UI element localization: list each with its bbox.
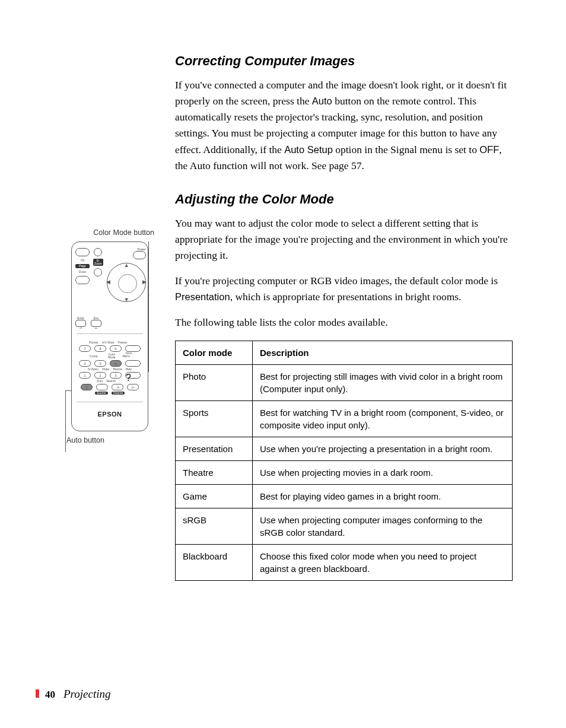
para-correcting: If you've connected a computer and the i…	[175, 77, 513, 174]
presentation-label: Presentation	[175, 291, 230, 302]
sidebar-remote: Color Mode button Up Page Down E-Zoom Po…	[59, 228, 160, 444]
remote-lbl-resize: Resize	[113, 368, 122, 371]
remote-btn-0-auto: 0	[81, 384, 93, 390]
remote-lbl-video: Video	[102, 368, 110, 371]
remote-btn-vol-down: ⊲	[112, 384, 123, 390]
remote-btn-search	[96, 384, 108, 390]
th-desc: Description	[253, 341, 513, 364]
leader-line	[148, 241, 149, 372]
remote-lbl-menu: Menu	[122, 355, 130, 358]
remote-lbl-ezoom: E-Zoom	[93, 259, 103, 266]
remote-btn-num: Num	[125, 345, 141, 352]
remote-btn-page-down	[75, 276, 90, 284]
remote-lbl-freeze: Freeze	[117, 341, 127, 344]
td-mode: Photo	[176, 364, 253, 400]
remote-btn-page-up	[75, 248, 90, 256]
text: , which is appropriate for presentations…	[230, 291, 462, 303]
page-number: 40	[45, 689, 55, 701]
remote-lbl-down: Down	[75, 271, 90, 274]
remote-lbl-search: Search	[106, 380, 116, 383]
remote-lbl-svideo: S-Video	[88, 368, 98, 371]
td-mode: Game	[176, 484, 253, 508]
remote-lbl-up: Up	[75, 259, 90, 262]
para-cm-3: The following table lists the color mode…	[175, 314, 513, 330]
caption-auto-button: Auto button	[59, 436, 160, 444]
td-desc: Use when projecting movies in a dark roo…	[253, 460, 513, 484]
remote-navpad: ▲ ▼ ◀ ▶	[107, 263, 146, 302]
leader-line	[65, 390, 66, 452]
table-row: PhotoBest for projecting still images wi…	[176, 364, 513, 400]
th-mode: Color mode	[176, 341, 253, 364]
table-row: TheatreUse when projecting movies in a d…	[176, 460, 513, 484]
remote-btn-4: 4	[79, 360, 91, 367]
table-row: sRGBUse when projecting computer images …	[176, 508, 513, 544]
remote-lbl-avmute: A/V Mute	[102, 341, 115, 344]
table-row: SportsBest for watching TV in a bright r…	[176, 400, 513, 437]
td-mode: Blackboard	[176, 544, 253, 580]
remote-lbl-auto: Auto	[97, 380, 103, 383]
remote-lbl-help: Help	[126, 368, 132, 371]
remote-btn-2: 2	[94, 372, 106, 379]
remote-btn-5: 5	[94, 360, 106, 367]
remote-lbl-source: Source	[95, 392, 108, 395]
remote-lbl-comp: Comp	[90, 355, 97, 358]
remote-brand: EPSON	[75, 411, 144, 418]
remote-btn-6-colormode: 6	[110, 360, 122, 367]
text: If you're projecting computer or RGB vid…	[175, 275, 498, 287]
arrow-left-icon: ◀	[106, 279, 110, 285]
remote-btn-help: ?	[125, 372, 141, 379]
table-row: GameBest for playing video games in a br…	[176, 484, 513, 508]
text: option in the Signal menu is set to	[333, 144, 479, 155]
remote-btn-3: 3	[110, 372, 122, 379]
remote-btn-8: 8	[94, 345, 106, 352]
td-mode: Presentation	[176, 437, 253, 460]
td-desc: Use when projecting computer images conf…	[253, 508, 513, 544]
autosetup-label: Auto Setup	[284, 144, 333, 155]
arrow-right-icon: ▶	[142, 279, 147, 285]
para-cm-2: If you're projecting computer or RGB vid…	[175, 273, 513, 305]
chapter-title: Projecting	[63, 688, 111, 701]
heading-correcting: Correcting Computer Images	[175, 53, 513, 69]
td-mode: sRGB	[176, 508, 253, 544]
page-footer: 40 Projecting	[36, 688, 111, 701]
footer-bar-icon	[36, 689, 39, 698]
remote-btn-9: 9	[110, 345, 122, 352]
heading-colormode: Adjusting the Color Mode	[175, 192, 513, 207]
remote-lbl-page: Page	[75, 264, 90, 268]
td-desc: Use when you're projecting a presentatio…	[253, 437, 513, 460]
remote-btn-vol-up: ⊳	[127, 384, 139, 390]
remote-btn-menu	[125, 360, 141, 367]
td-mode: Sports	[176, 400, 253, 437]
td-desc: Best for watching TV in a bright room (c…	[253, 400, 513, 437]
td-desc: Best for playing video games in a bright…	[253, 484, 513, 508]
td-desc: Best for projecting still images with vi…	[253, 364, 513, 400]
remote-btn-power	[133, 251, 146, 259]
table-row: PresentationUse when you're projecting a…	[176, 437, 513, 460]
remote-btn-1: 1	[79, 372, 91, 379]
caption-colormode-button: Color Mode button	[59, 228, 160, 237]
remote-btn-ezoom	[94, 268, 102, 276]
arrow-down-icon: ▼	[124, 297, 129, 303]
remote-lbl-colormode: Color Mode	[104, 353, 119, 359]
remote-lbl-volume: Volume	[112, 392, 125, 395]
color-mode-table: Color mode Description PhotoBest for pro…	[175, 341, 513, 581]
auto-label: Auto	[312, 96, 332, 106]
remote-control-diagram: Up Page Down E-Zoom Power ▲ ▼ ◀ ▶	[71, 241, 148, 431]
remote-btn-7: 7	[79, 345, 91, 352]
td-desc: Choose this fixed color mode when you ne…	[253, 544, 513, 580]
para-cm-1: You may want to adjust the color mode to…	[175, 215, 513, 263]
table-row: BlackboardChoose this fixed color mode w…	[176, 544, 513, 580]
arrow-up-icon: ▲	[124, 262, 129, 268]
remote-lbl-pointer: Pointer	[89, 341, 98, 344]
off-label: OFF	[479, 144, 499, 155]
td-mode: Theatre	[176, 460, 253, 484]
table-header-row: Color mode Description	[176, 341, 513, 364]
remote-indicator	[94, 248, 102, 256]
